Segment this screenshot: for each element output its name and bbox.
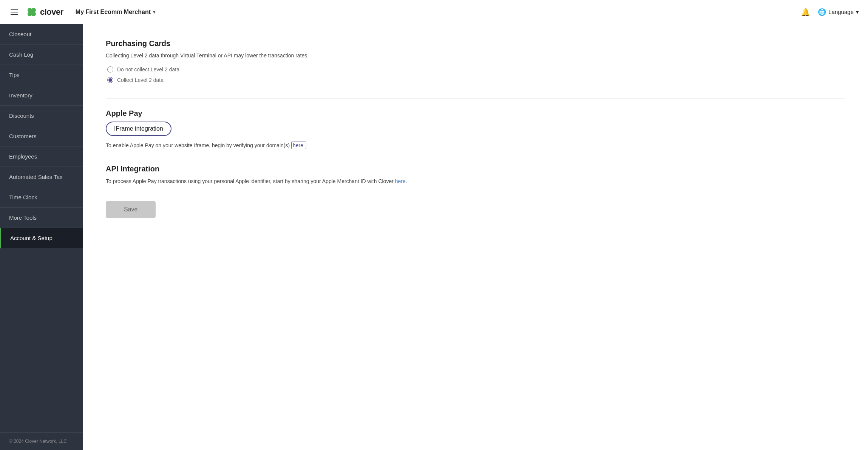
svg-point-4 xyxy=(30,10,34,14)
language-chevron-icon: ▾ xyxy=(856,9,859,15)
api-description: To process Apple Pay transactions using … xyxy=(106,177,845,185)
section-divider xyxy=(106,98,845,99)
iframe-integration-badge[interactable]: IFrame integration xyxy=(106,122,171,136)
api-description-before: To process Apple Pay transactions using … xyxy=(106,178,395,184)
nav-right: 🔔 🌐 Language ▾ xyxy=(801,8,859,17)
top-nav: clover My First Ecomm Merchant ▾ 🔔 🌐 Lan… xyxy=(0,0,868,24)
api-integration-section: API Integration To process Apple Pay tra… xyxy=(106,165,845,185)
sidebar-item-time-clock[interactable]: Time Clock xyxy=(0,187,83,208)
merchant-selector[interactable]: My First Ecomm Merchant ▾ xyxy=(76,9,155,15)
save-button-container: Save xyxy=(106,201,845,218)
iframe-description-before: To enable Apple Pay on your website Ifra… xyxy=(106,142,291,148)
sidebar-item-customers[interactable]: Customers xyxy=(0,126,83,146)
sidebar-item-tips[interactable]: Tips xyxy=(0,65,83,85)
radio-do-not-collect[interactable]: Do not collect Level 2 data xyxy=(107,66,845,72)
hamburger-menu-icon[interactable] xyxy=(9,8,20,16)
radio-collect[interactable]: Collect Level 2 data xyxy=(107,77,845,83)
api-description-after: . xyxy=(406,178,407,184)
language-selector[interactable]: 🌐 Language ▾ xyxy=(818,8,859,16)
merchant-chevron-icon: ▾ xyxy=(153,9,155,15)
sidebar-item-inventory[interactable]: Inventory xyxy=(0,85,83,106)
apple-pay-section: Apple Pay IFrame integration To enable A… xyxy=(106,109,845,186)
logo-text: clover xyxy=(40,7,63,17)
sidebar-item-automated-sales-tax[interactable]: Automated Sales Tax xyxy=(0,167,83,187)
app-body: Closeout Cash Log Tips Inventory Discoun… xyxy=(0,24,868,450)
sidebar-footer: © 2024 Clover Network, LLC xyxy=(0,432,83,450)
purchasing-cards-section: Purchasing Cards Collecting Level 2 data… xyxy=(106,39,845,83)
merchant-name: My First Ecomm Merchant xyxy=(76,9,151,15)
logo-area: clover xyxy=(26,6,63,18)
sidebar-item-cash-log[interactable]: Cash Log xyxy=(0,45,83,65)
apple-pay-title: Apple Pay xyxy=(106,109,845,118)
purchasing-cards-radio-group: Do not collect Level 2 data Collect Leve… xyxy=(107,66,845,83)
nav-left: clover My First Ecomm Merchant ▾ xyxy=(9,6,801,18)
iframe-here-link[interactable]: here. xyxy=(291,142,306,149)
sidebar-item-more-tools[interactable]: More Tools xyxy=(0,208,83,228)
radio-do-not-collect-label: Do not collect Level 2 data xyxy=(117,66,179,72)
sidebar-item-closeout[interactable]: Closeout xyxy=(0,24,83,45)
iframe-integration-section: IFrame integration To enable Apple Pay o… xyxy=(106,122,845,149)
api-integration-title: API Integration xyxy=(106,165,845,173)
purchasing-cards-title: Purchasing Cards xyxy=(106,39,845,48)
main-content: Purchasing Cards Collecting Level 2 data… xyxy=(83,24,868,450)
iframe-description: To enable Apple Pay on your website Ifra… xyxy=(106,141,845,149)
sidebar-item-discounts[interactable]: Discounts xyxy=(0,106,83,126)
sidebar-item-account-setup[interactable]: Account & Setup xyxy=(0,228,83,248)
purchasing-cards-description: Collecting Level 2 data through Virtual … xyxy=(106,52,845,60)
save-button[interactable]: Save xyxy=(106,201,156,218)
sidebar-item-employees[interactable]: Employees xyxy=(0,146,83,167)
clover-logo-icon xyxy=(26,6,38,18)
radio-collect-input[interactable] xyxy=(107,77,113,83)
radio-do-not-collect-input[interactable] xyxy=(107,66,113,72)
globe-icon: 🌐 xyxy=(818,8,826,16)
api-here-link[interactable]: here xyxy=(395,178,406,184)
notification-bell-icon[interactable]: 🔔 xyxy=(801,8,810,17)
radio-collect-label: Collect Level 2 data xyxy=(117,77,164,83)
sidebar: Closeout Cash Log Tips Inventory Discoun… xyxy=(0,24,83,450)
language-label: Language xyxy=(828,9,854,15)
